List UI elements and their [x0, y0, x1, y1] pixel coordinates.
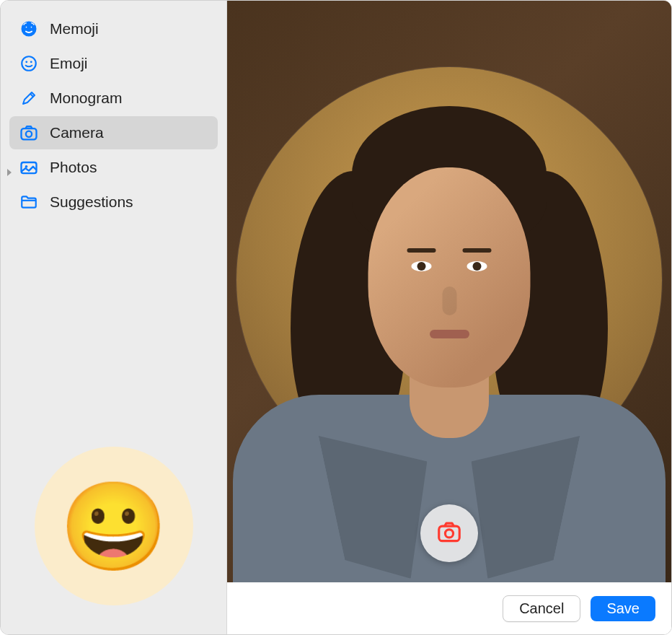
current-avatar-preview: 😀 — [35, 447, 193, 605]
content-pane: Cancel Save — [227, 1, 671, 634]
pencil-icon — [18, 87, 40, 109]
emoji-icon — [18, 53, 40, 74]
main-area: Memoji Emoji — [1, 1, 671, 634]
sidebar-item-monogram[interactable]: Monogram — [9, 82, 218, 115]
svg-point-3 — [22, 56, 36, 71]
sidebar-item-suggestions[interactable]: Suggestions — [9, 185, 218, 219]
sidebar-item-label: Monogram — [50, 89, 122, 107]
camera-capture-icon — [436, 518, 463, 548]
folder-icon — [18, 191, 40, 213]
svg-point-4 — [25, 61, 27, 63]
sidebar-item-photos[interactable]: Photos — [9, 151, 218, 184]
svg-point-7 — [26, 131, 32, 137]
svg-point-1 — [25, 26, 28, 29]
bottom-bar: Cancel Save — [227, 582, 671, 634]
sidebar-item-emoji[interactable]: Emoji — [9, 47, 218, 80]
photos-icon — [18, 157, 40, 178]
sidebar-item-label: Memoji — [50, 20, 99, 38]
sidebar-item-label: Photos — [50, 159, 97, 176]
avatar-emoji: 😀 — [60, 483, 168, 569]
save-button[interactable]: Save — [591, 596, 655, 621]
svg-rect-6 — [22, 128, 37, 139]
sidebar-item-camera[interactable]: Camera — [9, 116, 218, 149]
sidebar-list: Memoji Emoji — [9, 12, 218, 219]
memoji-icon — [18, 18, 40, 40]
svg-point-5 — [30, 61, 32, 63]
svg-point-2 — [30, 26, 33, 29]
camera-preview — [227, 1, 671, 582]
sidebar: Memoji Emoji — [1, 1, 227, 634]
cancel-button[interactable]: Cancel — [503, 595, 580, 622]
svg-point-0 — [22, 22, 37, 37]
capture-button[interactable] — [420, 504, 478, 562]
svg-rect-11 — [439, 526, 460, 541]
svg-point-12 — [445, 530, 453, 538]
sidebar-item-memoji[interactable]: Memoji — [9, 12, 218, 45]
sidebar-item-label: Suggestions — [50, 193, 133, 211]
camera-icon — [18, 122, 40, 144]
sidebar-item-label: Camera — [50, 124, 104, 141]
chevron-right-icon — [5, 163, 14, 172]
sidebar-item-label: Emoji — [50, 55, 88, 72]
